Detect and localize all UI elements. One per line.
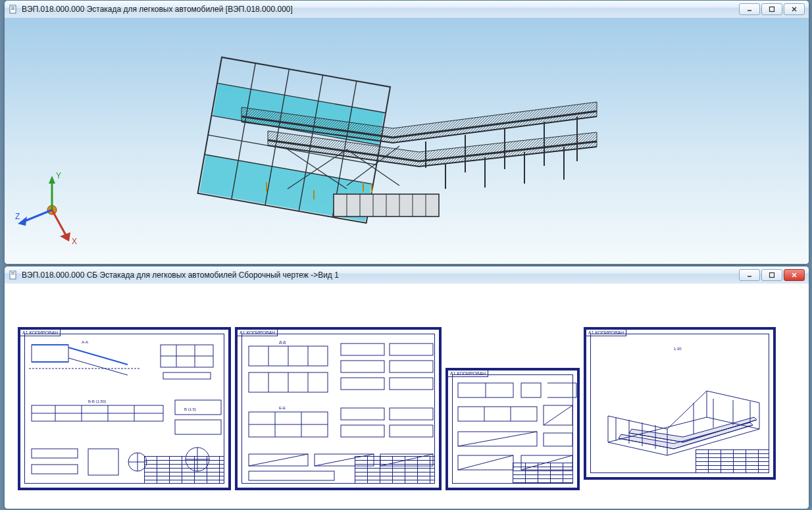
- svg-rect-101: [341, 361, 384, 372]
- svg-rect-117: [249, 471, 334, 480]
- svg-line-53: [52, 210, 66, 236]
- svg-rect-120: [521, 383, 541, 397]
- svg-rect-121: [458, 407, 537, 421]
- svg-text:А-А: А-А: [82, 340, 88, 344]
- svg-rect-63: [32, 345, 68, 362]
- titlebar-top[interactable]: ВЭП.018.000.000 Эстакада для легковых ав…: [5, 1, 809, 18]
- svg-rect-79: [32, 465, 78, 474]
- sheet-4[interactable]: A1 КОПИРОВАН 1:20: [584, 327, 776, 480]
- minimize-button[interactable]: [739, 269, 760, 281]
- svg-text:Z: Z: [15, 212, 20, 221]
- window-drawing: ВЭП.018.000.000 СБ Эстакада для легковых…: [4, 266, 809, 509]
- maximize-button[interactable]: [761, 3, 782, 15]
- svg-rect-113: [390, 425, 433, 437]
- svg-marker-48: [49, 176, 55, 184]
- minimize-button[interactable]: [739, 3, 760, 15]
- svg-rect-57: [11, 272, 14, 273]
- svg-rect-86: [175, 420, 221, 434]
- svg-rect-112: [341, 425, 384, 437]
- svg-rect-70: [163, 372, 211, 379]
- svg-line-50: [23, 210, 52, 222]
- drawing-canvas[interactable]: A1 КОПИРОВАН А-А: [5, 284, 809, 509]
- close-button[interactable]: [784, 3, 805, 15]
- svg-rect-84: [175, 400, 221, 415]
- svg-rect-111: [390, 408, 433, 420]
- maximize-button[interactable]: [761, 269, 782, 281]
- svg-rect-104: [390, 378, 433, 390]
- svg-text:1:20: 1:20: [674, 347, 682, 351]
- svg-rect-56: [10, 271, 16, 279]
- window-controls-bottom: [739, 269, 805, 281]
- svg-rect-126: [544, 433, 572, 446]
- svg-rect-80: [88, 449, 118, 475]
- svg-rect-5: [770, 7, 774, 12]
- svg-rect-99: [341, 344, 384, 355]
- close-button[interactable]: [784, 269, 805, 281]
- viewport-3d[interactable]: Y Z X: [5, 18, 809, 264]
- sheet-1[interactable]: A1 КОПИРОВАН А-А: [18, 327, 231, 490]
- window-controls-top: [739, 3, 805, 15]
- svg-rect-1: [11, 7, 14, 7]
- model-3d: Y Z X: [5, 18, 809, 264]
- titlebar-bottom[interactable]: ВЭП.018.000.000 СБ Эстакада для легковых…: [5, 267, 809, 284]
- doc-icon: [9, 270, 18, 280]
- svg-rect-2: [11, 8, 14, 9]
- svg-rect-102: [390, 361, 433, 372]
- svg-rect-100: [390, 344, 433, 355]
- sheet-2[interactable]: A1 КОПИРОВАН Д-Д Е-Е: [235, 327, 442, 490]
- sheet-3[interactable]: A1 КОПИРОВАН: [445, 368, 580, 490]
- svg-text:Д-Д: Д-Д: [279, 340, 286, 344]
- svg-text:Е-Е: Е-Е: [279, 406, 286, 410]
- window-title-top: ВЭП.018.000.000 Эстакада для легковых ав…: [22, 5, 739, 14]
- svg-rect-58: [11, 274, 14, 274]
- axis-gizmo: Y Z X: [15, 171, 77, 246]
- svg-text:Y: Y: [56, 171, 61, 180]
- svg-text:Б-Б (1:50): Б-Б (1:50): [88, 399, 106, 403]
- svg-text:X: X: [72, 237, 77, 246]
- svg-rect-78: [32, 449, 78, 458]
- doc-icon: [9, 5, 18, 14]
- svg-rect-110: [341, 408, 384, 420]
- window-3d-model: ВЭП.018.000.000 Эстакада для легковых ав…: [4, 0, 809, 265]
- svg-rect-60: [770, 273, 774, 278]
- svg-rect-103: [341, 378, 384, 390]
- svg-rect-3: [11, 9, 14, 10]
- svg-text:В (1:5): В (1:5): [184, 407, 196, 411]
- window-title-bottom: ВЭП.018.000.000 СБ Эстакада для легковых…: [22, 270, 739, 280]
